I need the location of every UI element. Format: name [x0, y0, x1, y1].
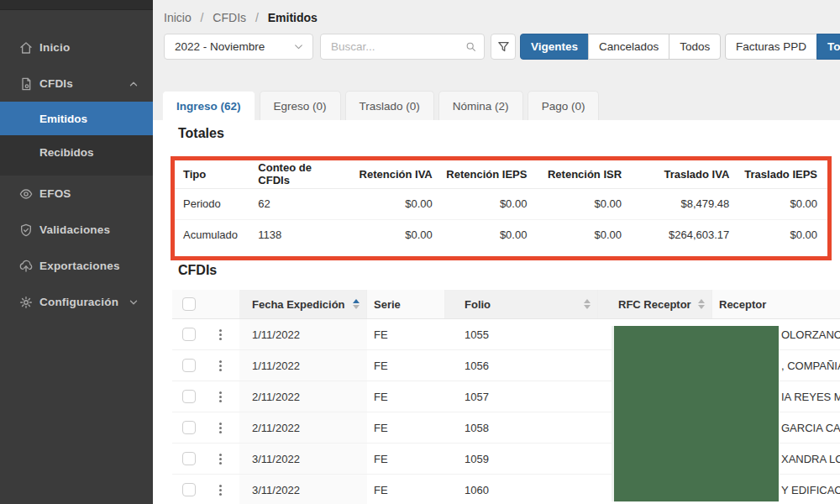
breadcrumb-separator: /	[255, 11, 259, 24]
header-label: Folio	[465, 298, 491, 311]
cfdi-type-tabs: Ingreso (62) Egreso (0) Traslado (0) Nóm…	[162, 91, 599, 120]
facturas-ppd-button[interactable]: Facturas PPD	[725, 34, 817, 60]
header-serie[interactable]: Serie	[367, 290, 445, 318]
breadcrumb-item-emitidos: Emitidos	[268, 11, 318, 24]
sidebar-item-emitidos[interactable]: Emitidos	[0, 102, 153, 135]
tab-pago[interactable]: Pago (0)	[528, 91, 600, 120]
kebab-menu-icon[interactable]	[219, 396, 222, 398]
header-folio[interactable]: Folio	[445, 290, 598, 318]
header-label: Fecha Expedición	[252, 298, 345, 311]
sidebar-item-recibidos[interactable]: Recibidos	[0, 135, 153, 169]
row-checkbox[interactable]	[182, 421, 196, 434]
breadcrumb-item-inicio[interactable]: Inicio	[164, 11, 192, 24]
cfdi-document-icon	[19, 77, 33, 91]
sidebar-item-label: CFDIs	[39, 77, 128, 90]
sidebar-item-cfdis[interactable]: CFDIs	[0, 66, 153, 102]
cell-ret-isr: $0.00	[530, 219, 625, 250]
col-ret-ieps: Retención IEPS	[436, 160, 531, 188]
main-area: Inicio / CFDIs / Emitidos 2022 - Noviemb…	[153, 0, 840, 504]
sidebar-item-configuracion[interactable]: Configuración	[0, 284, 153, 320]
cancelados-button[interactable]: Cancelados	[588, 34, 669, 60]
sidebar-item-label: Exportaciones	[39, 260, 139, 272]
cell-tras-ieps: $0.00	[732, 188, 827, 219]
row-checkbox[interactable]	[182, 359, 196, 372]
chevron-up-icon	[128, 78, 139, 90]
chevron-down-icon	[128, 297, 139, 308]
search-box	[320, 34, 485, 60]
tab-label: Pago (0)	[542, 100, 585, 113]
cell-folio: 1056	[445, 350, 598, 381]
row-checkbox[interactable]	[182, 390, 196, 403]
cell-ret-iva: $0.00	[344, 188, 436, 219]
tab-egreso[interactable]: Egreso (0)	[260, 91, 341, 120]
cell-conteo: 62	[249, 188, 344, 219]
shield-check-icon	[19, 223, 33, 237]
tab-traslado[interactable]: Traslado (0)	[345, 91, 434, 120]
sort-icon[interactable]	[584, 299, 591, 309]
period-select[interactable]: 2022 - Noviembre	[164, 34, 313, 60]
tab-ingreso[interactable]: Ingreso (62)	[162, 91, 255, 120]
totales-table: Tipo Conteo de CFDIs Retención IVA Reten…	[175, 160, 827, 250]
submenu-item-label: Recibidos	[39, 146, 94, 159]
breadcrumb-separator: /	[201, 11, 204, 24]
row-checkbox[interactable]	[182, 328, 196, 341]
sidebar-item-validaciones[interactable]: Validaciones	[0, 212, 153, 248]
row-checkbox[interactable]	[182, 452, 196, 465]
tab-label: Egreso (0)	[274, 100, 327, 113]
app-window: Inicio CFDIs Emitidos Recibidos EFOS	[0, 0, 840, 504]
cell-fecha: 2/11/2022	[239, 381, 367, 412]
breadcrumb-item-cfdis[interactable]: CFDIs	[213, 11, 246, 24]
cell-serie: FE	[367, 381, 445, 412]
cell-folio: 1060	[445, 475, 598, 504]
kebab-menu-icon[interactable]	[219, 427, 222, 429]
annotation-highlight-box: Tipo Conteo de CFDIs Retención IVA Reten…	[171, 156, 832, 260]
totales-header-row: Tipo Conteo de CFDIs Retención IVA Reten…	[175, 160, 827, 188]
cell-folio: 1058	[445, 412, 598, 443]
cell-tipo: Periodo	[175, 188, 249, 219]
select-all-checkbox[interactable]	[182, 297, 196, 311]
kebab-menu-icon[interactable]	[219, 365, 222, 367]
todos-payment-button[interactable]: Todos	[816, 34, 840, 60]
kebab-menu-icon[interactable]	[219, 458, 222, 460]
breadcrumb: Inicio / CFDIs / Emitidos	[164, 11, 318, 24]
col-tipo: Tipo	[175, 160, 249, 188]
redaction-overlay	[612, 326, 779, 501]
header-rfc-receptor[interactable]: RFC Receptor	[598, 290, 712, 318]
sidebar-item-label: Configuración	[39, 296, 128, 308]
sidebar-item-inicio[interactable]: Inicio	[0, 29, 153, 66]
filter-button[interactable]	[491, 34, 516, 60]
cell-serie: FE	[367, 319, 445, 349]
cell-ret-isr: $0.00	[530, 188, 625, 219]
search-input[interactable]	[331, 40, 465, 53]
sort-icon[interactable]	[698, 299, 705, 309]
button-label: Todos	[827, 40, 840, 53]
tab-label: Traslado (0)	[360, 100, 420, 113]
tab-nomina[interactable]: Nómina (2)	[438, 91, 523, 120]
totales-row-periodo: Periodo 62 $0.00 $0.00 $0.00 $8,479.48 $…	[175, 188, 827, 219]
payment-filter-group: Facturas PPD Todos	[725, 34, 840, 60]
kebab-menu-icon[interactable]	[219, 333, 222, 336]
vigentes-button[interactable]: Vigentes	[520, 34, 589, 60]
col-tras-ieps: Traslado IEPS	[732, 160, 827, 188]
home-icon	[19, 41, 33, 55]
col-conteo: Conteo de CFDIs	[249, 160, 344, 188]
period-select-value: 2022 - Noviembre	[175, 40, 293, 53]
header-fecha-expedicion[interactable]: Fecha Expedición	[239, 290, 367, 318]
row-checkbox[interactable]	[182, 483, 196, 496]
totales-title: Totales	[178, 126, 224, 141]
cell-tras-ieps: $0.00	[732, 219, 827, 250]
todos-button[interactable]: Todos	[669, 34, 721, 60]
cell-ret-ieps: $0.00	[436, 219, 531, 250]
search-icon[interactable]	[465, 41, 476, 52]
button-label: Todos	[680, 40, 710, 53]
kebab-menu-icon[interactable]	[219, 489, 222, 491]
sidebar-item-exportaciones[interactable]: Exportaciones	[0, 248, 153, 284]
cell-conteo: 1138	[249, 219, 344, 250]
cell-serie: FE	[367, 412, 445, 443]
cfdis-header-row: Fecha Expedición Serie Folio RFC Recepto…	[172, 290, 840, 319]
sidebar-item-label: Validaciones	[39, 223, 139, 236]
sort-icon[interactable]	[353, 299, 360, 309]
header-receptor[interactable]: Receptor	[712, 290, 840, 318]
sidebar-item-efos[interactable]: EFOS	[0, 176, 153, 212]
header-label: RFC Receptor	[618, 298, 691, 311]
